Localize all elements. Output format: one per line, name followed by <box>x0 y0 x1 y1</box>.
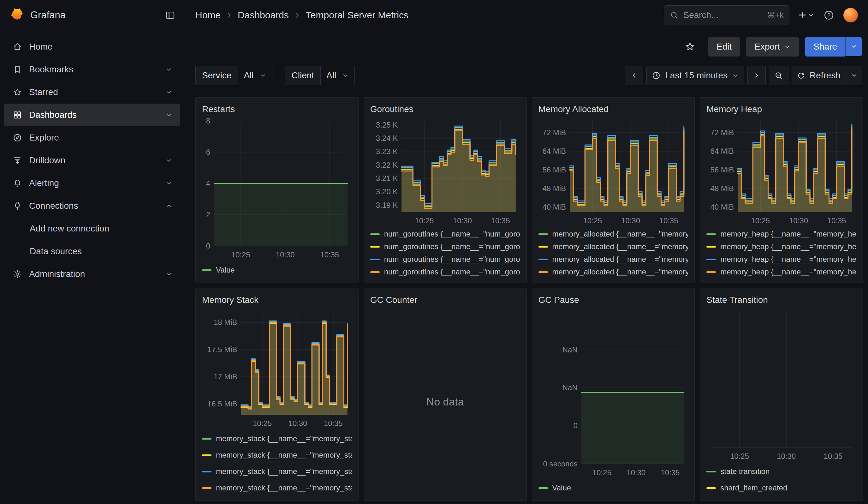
search-icon <box>670 11 679 20</box>
sidebar-item-bookmarks[interactable]: Bookmarks <box>4 58 180 81</box>
svg-text:3.24 K: 3.24 K <box>376 134 398 142</box>
chevron-down-icon[interactable] <box>165 111 173 119</box>
panel-title[interactable]: Memory Stack <box>202 293 352 307</box>
service-variable-value[interactable]: All <box>238 66 272 85</box>
sidebar-item-label: Administration <box>29 269 85 279</box>
help-button[interactable]: ? <box>823 10 835 21</box>
refresh-button[interactable]: Refresh <box>792 66 846 85</box>
legend-label: shard_item_created <box>720 483 856 492</box>
svg-text:10:30: 10:30 <box>276 250 295 259</box>
chevron-down-icon[interactable] <box>165 89 173 96</box>
panel-title[interactable]: GC Counter <box>370 293 520 307</box>
svg-text:0: 0 <box>206 241 210 250</box>
chevron-down-icon[interactable] <box>165 66 173 73</box>
legend-item[interactable]: state transition <box>706 463 856 480</box>
svg-text:10:25: 10:25 <box>751 216 770 225</box>
chevron-down-icon <box>850 43 857 50</box>
series-color-swatch <box>706 471 716 472</box>
legend-label: state transition <box>720 467 856 476</box>
sidebar-item-alerting[interactable]: Alerting <box>4 172 180 195</box>
sidebar: Home Bookmarks Starred Dashboards Explor… <box>0 30 184 504</box>
chevron-up-icon[interactable] <box>165 202 173 210</box>
legend-item[interactable]: memory_allocated {__name__="memory_alloc… <box>538 240 689 253</box>
sidebar-item-explore[interactable]: Explore <box>4 126 180 149</box>
sidebar-item-starred[interactable]: Starred <box>4 81 180 104</box>
time-range-label: Last 15 minutes <box>665 70 727 81</box>
sidebar-toggle-button[interactable] <box>165 10 175 21</box>
sidebar-item-data-sources[interactable]: Data sources <box>4 240 180 263</box>
legend-item[interactable]: num_goroutines {__name__="num_goroutines… <box>370 253 520 266</box>
new-button[interactable]: + <box>798 9 814 22</box>
panel-title[interactable]: State Transition <box>706 293 856 307</box>
chevron-down-icon[interactable] <box>165 179 173 187</box>
panel-title[interactable]: Memory Heap <box>706 102 856 116</box>
legend-item[interactable]: shard_item_created <box>706 480 856 496</box>
legend-item[interactable]: memory_allocated {__name__="memory_alloc… <box>538 253 689 266</box>
edit-button[interactable]: Edit <box>708 37 740 56</box>
svg-text:56 MiB: 56 MiB <box>542 165 566 174</box>
legend-item[interactable]: memory_stack {__name__="memory_stack", c… <box>202 480 352 496</box>
legend-item[interactable]: memory_stack {__name__="memory_stack", c… <box>202 447 352 463</box>
breadcrumb-home[interactable]: Home <box>195 10 221 21</box>
legend-item[interactable]: memory_stack {__name__="memory_stack", c… <box>202 463 352 480</box>
legend-item[interactable]: memory_allocated {__name__="memory_alloc… <box>538 266 689 278</box>
legend-item[interactable]: num_goroutines {__name__="num_goroutines… <box>370 228 520 240</box>
svg-text:3.19 K: 3.19 K <box>376 201 398 209</box>
sidebar-item-drilldown[interactable]: Drilldown <box>4 149 180 172</box>
legend-item[interactable]: Value <box>538 480 689 496</box>
legend-item[interactable]: memory_stack {__name__="memory_stack", c… <box>202 430 352 447</box>
sidebar-item-home[interactable]: Home <box>4 35 180 58</box>
panel-title[interactable]: GC Pause <box>538 293 689 307</box>
share-button[interactable]: Share <box>805 37 845 56</box>
search-input[interactable] <box>683 10 763 20</box>
zoom-out-button[interactable] <box>769 66 788 85</box>
legend-item[interactable]: memory_heap {__name__="memory_heap", cli… <box>706 228 856 240</box>
time-forward-button[interactable] <box>747 66 766 85</box>
sidebar-item-administration[interactable]: Administration <box>4 263 180 286</box>
chevron-down-icon[interactable] <box>165 270 173 278</box>
series-color-swatch <box>538 233 548 235</box>
legend-item[interactable]: memory_heap {__name__="memory_heap", cli… <box>706 266 856 278</box>
legend-item[interactable]: Value <box>202 262 352 278</box>
breadcrumb-dashboards[interactable]: Dashboards <box>238 10 289 21</box>
user-avatar[interactable] <box>844 8 858 22</box>
favorite-star-button[interactable] <box>685 41 695 52</box>
legend: Value <box>538 479 689 496</box>
legend-item[interactable]: memory_allocated {__name__="memory_alloc… <box>538 228 689 240</box>
legend-item[interactable]: num_goroutines {__name__="num_goroutines… <box>370 240 520 253</box>
svg-text:10:25: 10:25 <box>415 216 434 225</box>
divider <box>702 40 702 54</box>
panel-title[interactable]: Goroutines <box>370 102 520 116</box>
sidebar-item-label: Add new connection <box>30 224 109 234</box>
sidebar-item-connections[interactable]: Connections <box>4 195 180 217</box>
sidebar-item-dashboards[interactable]: Dashboards <box>4 104 180 126</box>
share-menu-button[interactable] <box>845 37 862 56</box>
client-variable-label: Client <box>285 66 321 85</box>
sidebar-item-add-new-connection[interactable]: Add new connection <box>4 217 180 240</box>
clock-icon <box>652 71 661 80</box>
series-color-swatch <box>202 269 211 271</box>
legend-item[interactable]: memory_heap {__name__="memory_heap", cli… <box>706 253 856 266</box>
chevron-down-icon[interactable] <box>165 157 173 164</box>
export-label: Export <box>754 42 780 52</box>
legend-label: memory_allocated {__name__="memory_alloc… <box>552 255 689 264</box>
svg-text:10:35: 10:35 <box>491 216 510 225</box>
series-color-swatch <box>538 487 548 489</box>
time-back-button[interactable] <box>625 66 643 85</box>
svg-text:10:35: 10:35 <box>824 452 843 460</box>
svg-text:40 MiB: 40 MiB <box>711 203 734 211</box>
grafana-logo <box>9 8 24 22</box>
time-range-picker[interactable]: Last 15 minutes <box>647 66 744 85</box>
client-variable-value[interactable]: All <box>321 66 355 85</box>
legend-item[interactable]: memory_heap {__name__="memory_heap", cli… <box>706 240 856 253</box>
refresh-interval-button[interactable] <box>846 66 862 85</box>
svg-text:?: ? <box>827 12 830 18</box>
panel-title[interactable]: Memory Allocated <box>538 102 689 116</box>
series-color-swatch <box>706 271 716 273</box>
export-button[interactable]: Export <box>746 37 799 56</box>
legend-item[interactable]: num_goroutines {__name__="num_goroutines… <box>370 266 520 278</box>
series-color-swatch <box>370 233 380 235</box>
search-box[interactable]: ⌘+k <box>664 6 789 25</box>
panel-gc-counter: GC Counter No data <box>364 288 527 501</box>
panel-title[interactable]: Restarts <box>202 102 352 116</box>
